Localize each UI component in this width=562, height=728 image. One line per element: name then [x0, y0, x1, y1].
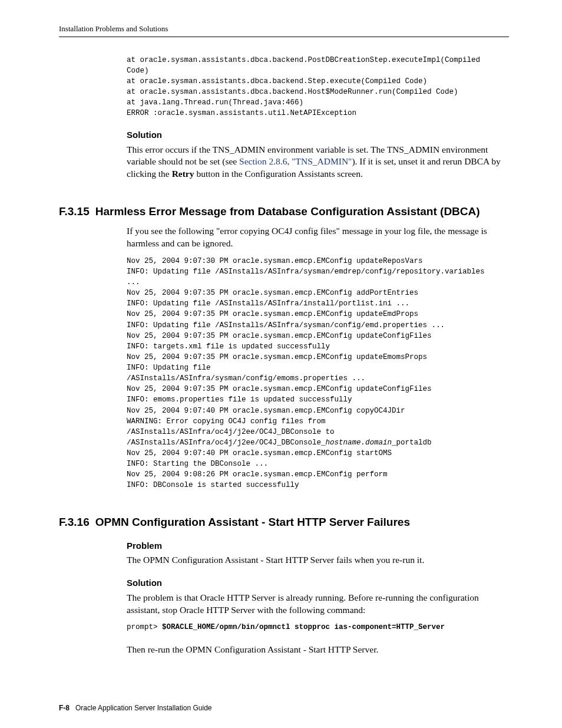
section-f-3-16: F.3.16OPMN Configuration Assistant - Sta…	[59, 515, 509, 530]
page-number: F-8	[59, 704, 70, 712]
page-header: Installation Problems and Solutions	[59, 24, 509, 37]
retry-label: Retry	[172, 169, 194, 179]
cmd-body: $ORACLE_HOME/opmn/bin/opmnctl stopproc i…	[162, 623, 445, 631]
section-number-15: F.3.15	[59, 204, 90, 219]
problem-heading: Problem	[127, 540, 509, 552]
section-title-15: Harmless Error Message from Database Con…	[95, 205, 480, 218]
section-title-16: OPMN Configuration Assistant - Start HTT…	[95, 516, 410, 528]
section-15-content: If you see the following "error copying …	[127, 225, 509, 491]
sec15-intro: If you see the following "error copying …	[127, 225, 509, 250]
solution-heading-2: Solution	[127, 577, 509, 589]
after-cmd-text: Then re-run the OPMN Configuration Assis…	[127, 644, 509, 656]
solution-heading-1: Solution	[127, 129, 509, 141]
solution-text-2: The problem is that Oracle HTTP Server i…	[127, 592, 509, 617]
page-footer: F-8 Oracle Application Server Installati…	[59, 703, 509, 713]
tns-admin-link[interactable]: Section 2.8.6, "TNS_ADMIN"	[239, 156, 352, 166]
section-number-16: F.3.16	[59, 515, 90, 530]
sec15-log: Nov 25, 2004 9:07:30 PM oracle.sysman.em…	[127, 256, 509, 491]
log-a: Nov 25, 2004 9:07:30 PM oracle.sysman.em…	[127, 257, 485, 447]
error-trace: at oracle.sysman.assistants.dbca.backend…	[127, 55, 509, 119]
footer-title: Oracle Application Server Installation G…	[75, 704, 211, 712]
section-16-content: Problem The OPMN Configuration Assistant…	[127, 540, 509, 655]
section-f-3-15: F.3.15Harmless Error Message from Databa…	[59, 204, 509, 219]
solution-text-1: This error occurs if the TNS_ADMIN envir…	[127, 144, 509, 181]
command-line: prompt> $ORACLE_HOME/opmn/bin/opmnctl st…	[127, 622, 509, 633]
solution1-post: button in the Configuration Assistants s…	[194, 169, 363, 179]
cmd-prompt: prompt>	[127, 623, 162, 631]
code-block-1: at oracle.sysman.assistants.dbca.backend…	[127, 55, 509, 181]
log-hostname: hostname.domain	[326, 439, 392, 447]
problem-text: The OPMN Configuration Assistant - Start…	[127, 554, 509, 566]
